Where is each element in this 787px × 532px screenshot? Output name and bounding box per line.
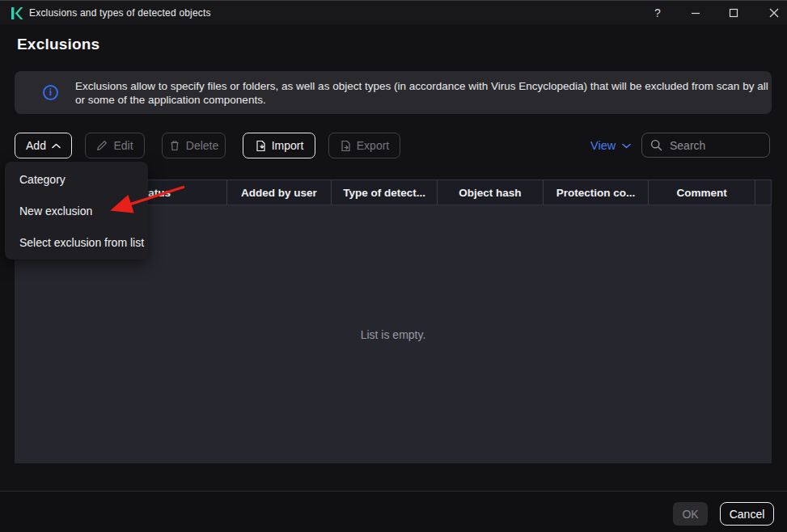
delete-button-label: Delete bbox=[186, 139, 218, 152]
delete-button[interactable]: Delete bbox=[162, 133, 226, 158]
info-banner: i Exclusions allow to specify files or f… bbox=[15, 71, 772, 114]
minimize-icon[interactable] bbox=[683, 1, 708, 25]
column-header-protection-component[interactable]: Protection co... bbox=[544, 180, 649, 205]
window-title: Exclusions and types of detected objects bbox=[29, 1, 211, 25]
import-button-label: Import bbox=[272, 139, 304, 152]
maximize-icon[interactable] bbox=[721, 1, 746, 25]
close-icon[interactable] bbox=[762, 1, 786, 25]
chevron-up-icon bbox=[52, 143, 61, 149]
column-header-added-by-user[interactable]: Added by user bbox=[227, 180, 332, 205]
menu-item-new-exclusion[interactable]: New exclusion bbox=[5, 195, 148, 226]
menu-item-category[interactable]: Category bbox=[5, 163, 148, 195]
edit-button-label: Edit bbox=[113, 139, 133, 152]
help-icon[interactable]: ? bbox=[645, 1, 670, 25]
add-button[interactable]: Add bbox=[15, 133, 72, 158]
title-bar: Exclusions and types of detected objects… bbox=[0, 0, 787, 24]
add-dropdown-menu: Category New exclusion Select exclusion … bbox=[5, 162, 148, 260]
export-button[interactable]: Export bbox=[328, 133, 400, 158]
footer-bar: OK Cancel bbox=[0, 491, 787, 532]
empty-list-text: List is empty. bbox=[361, 328, 426, 341]
kaspersky-logo-icon bbox=[10, 6, 23, 20]
banner-text: Exclusions allow to specify files or fol… bbox=[75, 79, 776, 107]
column-header-type-of-detected[interactable]: Type of detect... bbox=[332, 180, 438, 205]
view-label: View bbox=[590, 139, 616, 152]
exclusions-window: Exclusions and types of detected objects… bbox=[0, 0, 787, 532]
edit-button[interactable]: Edit bbox=[85, 133, 145, 158]
menu-item-select-exclusion-from-list[interactable]: Select exclusion from list bbox=[5, 226, 148, 258]
add-button-label: Add bbox=[26, 139, 46, 152]
export-icon bbox=[340, 140, 351, 152]
import-icon bbox=[255, 140, 266, 152]
page-title: Exclusions bbox=[17, 36, 99, 53]
view-dropdown[interactable]: View bbox=[590, 133, 631, 158]
trash-icon bbox=[169, 140, 180, 151]
cancel-button[interactable]: Cancel bbox=[720, 502, 774, 526]
search-icon bbox=[650, 139, 662, 151]
import-button[interactable]: Import bbox=[243, 133, 315, 158]
search-input[interactable] bbox=[670, 139, 759, 152]
column-header-object-hash[interactable]: Object hash bbox=[438, 180, 544, 205]
export-button-label: Export bbox=[357, 139, 389, 152]
pencil-icon bbox=[96, 140, 108, 151]
info-icon: i bbox=[43, 85, 58, 100]
chevron-down-icon bbox=[622, 143, 631, 149]
ok-button[interactable]: OK bbox=[673, 502, 708, 526]
column-header-spacer bbox=[755, 180, 771, 205]
search-field[interactable] bbox=[641, 133, 770, 158]
column-header-comment[interactable]: Comment bbox=[649, 180, 755, 205]
